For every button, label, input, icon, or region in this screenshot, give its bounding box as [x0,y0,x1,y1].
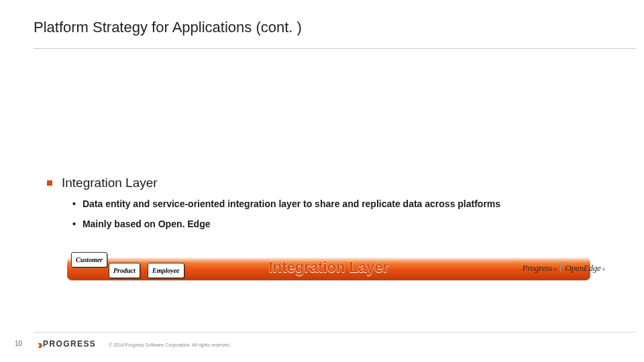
bullet-item: Mainly based on Open. Edge [72,219,631,229]
footer-logo-text: PROGRESS [43,339,96,349]
bullet-text: Mainly based on Open. Edge [83,219,211,229]
bullet-list: Data entity and service-oriented integra… [72,198,631,229]
brand-progress-text: Progress [523,263,552,274]
registered-icon: ® [602,267,605,272]
bullet-item: Data entity and service-oriented integra… [72,198,631,209]
section-heading-text: Integration Layer [62,176,158,190]
section-heading: Integration Layer [47,176,631,190]
content-block: Integration Layer Data entity and servic… [47,176,631,239]
footer-logo: ›› PROGRESS [38,338,96,350]
chip-employee: Employee [148,263,184,278]
footer-copyright: © 2014 Progress Software Corporation. Al… [109,343,231,347]
page-title: Platform Strategy for Applications (cont… [34,19,302,36]
square-bullet-icon [47,180,52,186]
slide: Platform Strategy for Applications (cont… [0,0,644,362]
bullet-text: Data entity and service-oriented integra… [83,198,500,209]
title-underline [34,48,636,49]
page-number: 10 [15,340,22,347]
integration-bar-graphic: Integration Layer Customer Product Emplo… [67,252,590,282]
registered-icon: ® [553,267,556,272]
brand-separator-icon [560,263,561,272]
progress-chevron-icon: ›› [38,339,40,351]
chip-product: Product [109,263,140,278]
chip-customer: Customer [71,252,107,267]
integration-bar [67,257,590,280]
brand-openedge-text: OpenEdge [565,263,600,274]
footer-divider [34,332,636,333]
brand-progress-openedge: Progress® OpenEdge® [523,261,605,274]
